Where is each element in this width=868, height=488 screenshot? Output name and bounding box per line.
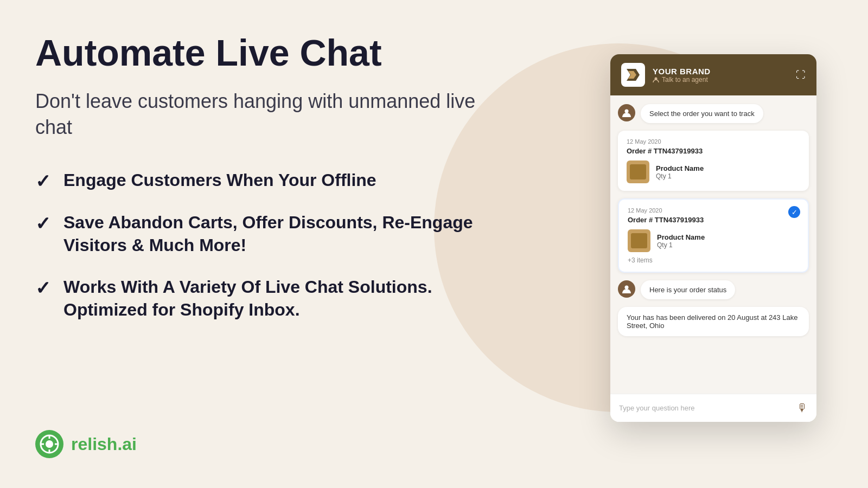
check-icon-3: ✓ xyxy=(35,277,50,299)
check-icon-2: ✓ xyxy=(35,213,50,234)
chat-widget: YOUR BRAND Talk to an agent ⛶ Select the… xyxy=(610,54,816,422)
more-items: +3 items xyxy=(628,256,799,264)
microphone-icon[interactable]: 🎙 xyxy=(797,402,808,414)
feature-item-3: ✓ Works With A Variety Of Live Chat Solu… xyxy=(35,276,480,321)
product-name-1: Product Name xyxy=(656,164,704,172)
logo-text-accent: .ai xyxy=(117,434,137,454)
feature-item-2: ✓ Save Abandon Carts, Offer Discounts, R… xyxy=(35,211,480,256)
order-number-1: Order # TTN437919933 xyxy=(627,147,800,155)
product-details-2: Product Name Qty 1 xyxy=(657,233,705,249)
bot-avatar-2 xyxy=(618,280,635,298)
bot-icon-1 xyxy=(622,108,631,118)
bot-status-row: Here is your order status xyxy=(618,280,809,299)
logo-text: relish.ai xyxy=(71,434,137,454)
brand-logo xyxy=(621,63,645,87)
feature-list: ✓ Engage Customers When Your Offline ✓ S… xyxy=(35,169,480,321)
chat-input-placeholder[interactable]: Type your question here xyxy=(619,404,797,412)
logo-section: relish.ai xyxy=(35,430,137,458)
subtitle: Don't leave customers hanging with unman… xyxy=(35,88,480,141)
order-product-1: Product Name Qty 1 xyxy=(627,160,800,183)
delivery-bubble: Your has has been delivered on 20 August… xyxy=(618,307,809,336)
order-date-2: 12 May 2020 xyxy=(628,207,799,214)
product-img-inner-1 xyxy=(630,164,646,179)
left-section: Automate Live Chat Don't leave customers… xyxy=(35,33,480,321)
agent-icon xyxy=(653,76,659,83)
brand-logo-icon xyxy=(624,66,642,84)
chat-header-left: YOUR BRAND Talk to an agent xyxy=(621,63,711,87)
feature-text-1: Engage Customers When Your Offline xyxy=(63,169,376,192)
brand-name: YOUR BRAND xyxy=(653,67,711,76)
check-icon-1: ✓ xyxy=(35,170,50,192)
bot-avatar-1 xyxy=(618,104,635,121)
order-number-2: Order # TTN437919933 xyxy=(628,216,799,224)
svg-point-11 xyxy=(625,110,629,113)
product-img-2 xyxy=(628,229,650,252)
product-details-1: Product Name Qty 1 xyxy=(656,164,704,180)
product-qty-1: Qty 1 xyxy=(656,172,704,180)
bot-message-1: Select the order you want to track xyxy=(618,104,809,123)
selected-check-badge: ✓ xyxy=(788,206,800,218)
status-bubble: Here is your order status xyxy=(641,280,735,299)
product-img-1 xyxy=(627,160,649,183)
order-date-1: 12 May 2020 xyxy=(627,138,800,145)
chat-body: Select the order you want to track 12 Ma… xyxy=(610,95,816,394)
main-title: Automate Live Chat xyxy=(35,33,480,73)
order-product-2: Product Name Qty 1 xyxy=(628,229,799,252)
feature-item-1: ✓ Engage Customers When Your Offline xyxy=(35,169,480,192)
svg-point-2 xyxy=(46,440,53,448)
feature-text-2: Save Abandon Carts, Offer Discounts, Re-… xyxy=(63,211,480,256)
chat-footer: Type your question here 🎙 xyxy=(610,394,816,422)
brand-info: YOUR BRAND Talk to an agent xyxy=(653,67,711,84)
product-name-2: Product Name xyxy=(657,233,705,241)
order-card-2[interactable]: ✓ 12 May 2020 Order # TTN437919933 Produ… xyxy=(618,198,809,273)
bot-icon-2 xyxy=(622,284,631,294)
svg-point-12 xyxy=(625,286,629,290)
product-qty-2: Qty 1 xyxy=(657,241,705,249)
relish-logo-icon xyxy=(35,430,63,458)
chat-header: YOUR BRAND Talk to an agent ⛶ xyxy=(610,54,816,95)
order-card-1[interactable]: 12 May 2020 Order # TTN437919933 Product… xyxy=(618,131,809,191)
product-img-inner-2 xyxy=(631,233,647,248)
expand-icon[interactable]: ⛶ xyxy=(796,69,806,81)
logo-text-dark: relish xyxy=(71,434,117,454)
bot-bubble-1: Select the order you want to track xyxy=(641,104,763,123)
brand-sub: Talk to an agent xyxy=(653,76,711,84)
feature-text-3: Works With A Variety Of Live Chat Soluti… xyxy=(63,276,480,321)
